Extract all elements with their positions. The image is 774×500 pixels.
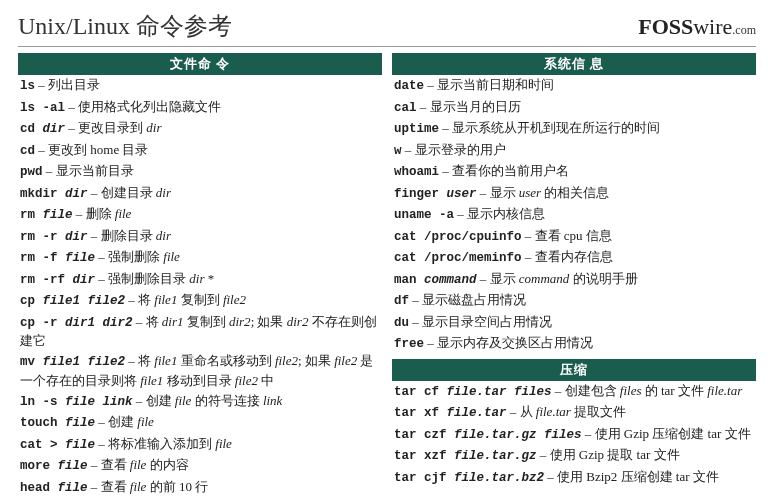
columns: 文件命 令 ls – 列出目录ls -al – 使用格式化列出隐藏文件cd di… <box>18 53 756 500</box>
section-header-compress: 压缩 <box>392 359 756 381</box>
command-row: cp file1 file2 – 将 file1 复制到 file2 <box>18 290 382 312</box>
command-row: rm -f file – 强制删除 file <box>18 247 382 269</box>
section-header-system: 系统信 息 <box>392 53 756 75</box>
command-row: man command – 显示 command 的说明手册 <box>392 269 756 291</box>
page-header: Unix/Linux 命令参考 FOSSwire.com <box>18 10 756 47</box>
command-row: free – 显示内存及交换区占用情况 <box>392 333 756 355</box>
command-row: uname -a – 显示内核信息 <box>392 204 756 226</box>
page-title: Unix/Linux 命令参考 <box>18 10 232 42</box>
command-row: tar xf file.tar – 从 file.tar 提取文件 <box>392 402 756 424</box>
command-row: whoami – 查看你的当前用户名 <box>392 161 756 183</box>
command-row: mkdir dir – 创建目录 dir <box>18 183 382 205</box>
command-row: df – 显示磁盘占用情况 <box>392 290 756 312</box>
command-row: tar czf file.tar.gz files – 使用 Gzip 压缩创建… <box>392 424 756 446</box>
command-row: tar xzf file.tar.gz – 使用 Gzip 提取 tar 文件 <box>392 445 756 467</box>
command-row: uptime – 显示系统从开机到现在所运行的时间 <box>392 118 756 140</box>
command-row: tar cf file.tar files – 创建包含 files 的 tar… <box>392 381 756 403</box>
command-row: cat /proc/meminfo – 查看内存信息 <box>392 247 756 269</box>
command-row: ls -al – 使用格式化列出隐藏文件 <box>18 97 382 119</box>
command-row: pwd – 显示当前目录 <box>18 161 382 183</box>
command-row: rm file – 删除 file <box>18 204 382 226</box>
command-row: rm -rf dir – 强制删除目录 dir * <box>18 269 382 291</box>
command-row: mv file1 file2 – 将 file1 重命名或移动到 file2; … <box>18 351 382 391</box>
command-row: finger user – 显示 user 的相关信息 <box>392 183 756 205</box>
command-row: cp -r dir1 dir2 – 将 dir1 复制到 dir2; 如果 di… <box>18 312 382 352</box>
command-row: cd – 更改到 home 目录 <box>18 140 382 162</box>
brand-suffix: .com <box>732 23 756 37</box>
left-column: 文件命 令 ls – 列出目录ls -al – 使用格式化列出隐藏文件cd di… <box>18 53 382 500</box>
command-row: du – 显示目录空间占用情况 <box>392 312 756 334</box>
command-row: ls – 列出目录 <box>18 75 382 97</box>
brand-logo: FOSSwire.com <box>638 14 756 40</box>
command-row: touch file – 创建 file <box>18 412 382 434</box>
section-header-file: 文件命 令 <box>18 53 382 75</box>
command-row: tar cjf file.tar.bz2 – 使用 Bzip2 压缩创建 tar… <box>392 467 756 489</box>
command-row: more file – 查看 file 的内容 <box>18 455 382 477</box>
command-row: cal – 显示当月的日历 <box>392 97 756 119</box>
command-row: cd dir – 更改目录到 dir <box>18 118 382 140</box>
command-row: rm -r dir – 删除目录 dir <box>18 226 382 248</box>
brand-light: wire <box>693 14 732 39</box>
command-row: cat > file – 将标准输入添加到 file <box>18 434 382 456</box>
command-row: ln -s file link – 创建 file 的符号连接 link <box>18 391 382 413</box>
command-row: date – 显示当前日期和时间 <box>392 75 756 97</box>
command-row: head file – 查看 file 的前 10 行 <box>18 477 382 499</box>
command-row: cat /proc/cpuinfo – 查看 cpu 信息 <box>392 226 756 248</box>
right-column: 系统信 息 date – 显示当前日期和时间cal – 显示当月的日历uptim… <box>392 53 756 500</box>
brand-bold: FOSS <box>638 14 693 39</box>
command-row: w – 显示登录的用户 <box>392 140 756 162</box>
